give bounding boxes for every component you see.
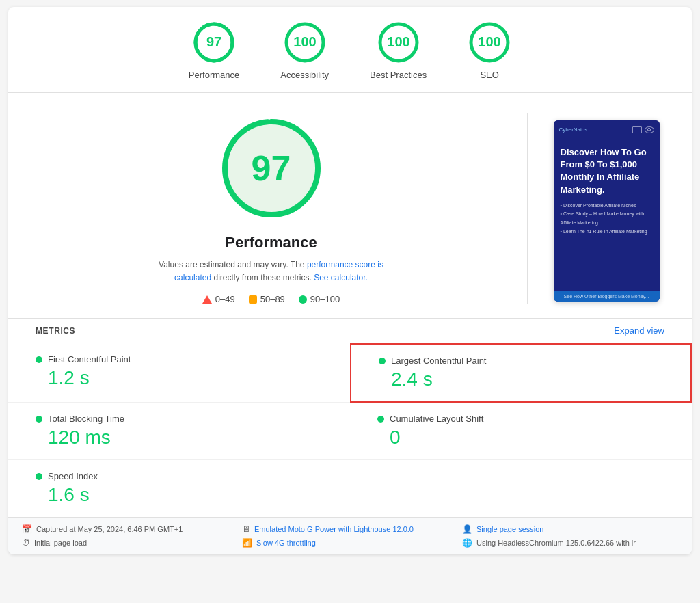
score-circle-seo: 100 (468, 21, 511, 64)
phone-grid-icon (632, 126, 642, 133)
metric-dot-fcp (36, 356, 42, 363)
metric-cell-tbt: Total Blocking Time 120 ms (8, 403, 350, 460)
metric-cell-cls: Cumulative Layout Shift 0 (350, 403, 692, 460)
phone-content: Discover How To Go From $0 To $1,000 Mon… (554, 139, 660, 243)
phone-headline-text: Discover How To Go From $0 To $1,000 Mon… (561, 146, 653, 196)
metric-value-tbt: 120 ms (36, 427, 323, 448)
calculator-link[interactable]: See calculator. (314, 273, 368, 282)
metric-name-fcp: First Contentful Paint (48, 354, 131, 364)
main-card: 97 Performance 100 Accessibility 100 (8, 7, 692, 554)
phone-list-item-1: Discover Profitable Affiliate Niches (561, 202, 653, 211)
metric-name-row-si: Speed Index (36, 471, 323, 481)
footer-initial: ⏱ Initial page load (22, 538, 238, 548)
phone-top-bar: CyberNains (554, 120, 660, 139)
metrics-header: METRICS Expand view (8, 318, 692, 343)
score-label-performance: Performance (189, 70, 239, 80)
person-icon: 👤 (462, 524, 472, 534)
metric-value-si: 1.6 s (36, 484, 323, 506)
legend-range-bad: 0–49 (215, 294, 235, 304)
big-score-value: 97 (217, 113, 326, 223)
metric-name-tbt: Total Blocking Time (48, 414, 124, 424)
score-label-seo: SEO (480, 70, 498, 80)
score-legend: 0–49 50–89 90–100 (202, 294, 340, 304)
svg-text:100: 100 (293, 34, 316, 49)
right-panel: CyberNains Discover How To Go From $0 To… (548, 113, 664, 304)
score-item-performance: 97 Performance (189, 21, 239, 80)
legend-item-mid: 50–89 (249, 294, 285, 304)
phone-preview: CyberNains Discover How To Go From $0 To… (554, 120, 660, 302)
performance-title: Performance (225, 234, 317, 252)
metric-name-row-cls: Cumulative Layout Shift (377, 414, 664, 424)
legend-range-good: 90–100 (310, 294, 340, 304)
score-circle-best-practices: 100 (377, 21, 420, 64)
metric-cell-lcp: Largest Contentful Paint 2.4 s (350, 343, 692, 403)
browser-icon: 🌐 (462, 538, 472, 548)
metric-dot-si (36, 473, 42, 480)
phone-search-icon (645, 126, 654, 133)
metric-dot-lcp (379, 358, 386, 364)
score-label-best-practices: Best Practices (370, 70, 427, 80)
metric-dot-tbt (36, 416, 42, 423)
footer-device: 🖥 Emulated Moto G Power with Lighthouse … (242, 524, 458, 534)
phone-brand-text: CyberNains (559, 126, 588, 133)
left-panel: 97 Performance Values are estimated and … (36, 113, 507, 304)
metric-cell-fcp: First Contentful Paint 1.2 s (8, 343, 350, 403)
metric-name-lcp: Largest Contentful Paint (391, 356, 486, 366)
footer-browser: 🌐 Using HeadlessChromium 125.0.6422.66 w… (462, 538, 678, 548)
metric-cell-empty (350, 460, 692, 517)
footer-session: 👤 Single page session (462, 524, 678, 534)
device-icon: 🖥 (242, 524, 250, 534)
clock-icon: ⏱ (22, 538, 30, 548)
score-item-accessibility: 100 Accessibility (280, 21, 329, 80)
phone-top-icons (632, 126, 654, 133)
phone-list-item-2: Case Study – How I Make Money with Affil… (561, 210, 653, 227)
legend-dot-icon (299, 295, 307, 304)
expand-view-button[interactable]: Expand view (614, 325, 664, 336)
calendar-icon: 📅 (22, 524, 32, 534)
phone-list: Discover Profitable Affiliate Niches Cas… (561, 202, 653, 236)
footer-network: 📶 Slow 4G throttling (242, 538, 458, 548)
score-circle-performance: 97 (192, 21, 236, 64)
metric-name-si: Speed Index (48, 471, 98, 481)
metric-value-fcp: 1.2 s (36, 367, 323, 389)
footer-device-link[interactable]: Emulated Moto G Power with Lighthouse 12… (254, 525, 414, 533)
svg-text:100: 100 (387, 34, 409, 49)
footer-bar: 📅 Captured at May 25, 2024, 6:46 PM GMT+… (8, 517, 692, 554)
footer-captured: 📅 Captured at May 25, 2024, 6:46 PM GMT+… (22, 524, 238, 534)
performance-description: Values are estimated and may vary. The p… (148, 258, 394, 284)
phone-list-item-3: Learn The #1 Rule In Affiliate Marketing (561, 228, 653, 237)
metric-dot-cls (377, 416, 384, 423)
score-item-best-practices: 100 Best Practices (370, 21, 427, 80)
main-content: 97 Performance Values are estimated and … (8, 93, 692, 318)
metric-name-row-tbt: Total Blocking Time (36, 414, 323, 424)
metric-name-row-fcp: First Contentful Paint (36, 354, 323, 364)
metric-value-lcp: 2.4 s (379, 368, 663, 390)
score-circle-accessibility: 100 (283, 21, 327, 64)
scores-bar: 97 Performance 100 Accessibility 100 (8, 7, 692, 93)
legend-triangle-icon (202, 295, 212, 304)
legend-range-mid: 50–89 (260, 294, 285, 304)
footer-initial-text: Initial page load (34, 539, 87, 547)
metric-name-cls: Cumulative Layout Shift (390, 414, 483, 424)
metric-value-cls: 0 (377, 427, 664, 448)
wifi-icon: 📶 (242, 538, 252, 548)
legend-item-bad: 0–49 (202, 294, 235, 304)
score-item-seo: 100 SEO (468, 21, 511, 80)
phone-footer-text: See How Other Bloggers Make Money... (554, 291, 660, 302)
footer-browser-text: Using HeadlessChromium 125.0.6422.66 wit… (476, 539, 636, 547)
svg-text:100: 100 (478, 34, 500, 49)
vertical-divider (527, 113, 528, 304)
legend-item-good: 90–100 (299, 294, 340, 304)
footer-network-link[interactable]: Slow 4G throttling (256, 539, 316, 547)
svg-text:97: 97 (206, 34, 221, 49)
big-score-circle: 97 (217, 113, 326, 223)
metrics-grid: First Contentful Paint 1.2 s Largest Con… (8, 343, 692, 517)
metrics-title: METRICS (36, 326, 75, 336)
metric-name-row-lcp: Largest Contentful Paint (379, 356, 663, 366)
score-label-accessibility: Accessibility (280, 70, 329, 80)
metric-cell-si: Speed Index 1.6 s (8, 460, 350, 517)
legend-square-icon (249, 295, 257, 304)
footer-session-link[interactable]: Single page session (476, 525, 543, 533)
footer-captured-text: Captured at May 25, 2024, 6:46 PM GMT+1 (36, 525, 183, 533)
